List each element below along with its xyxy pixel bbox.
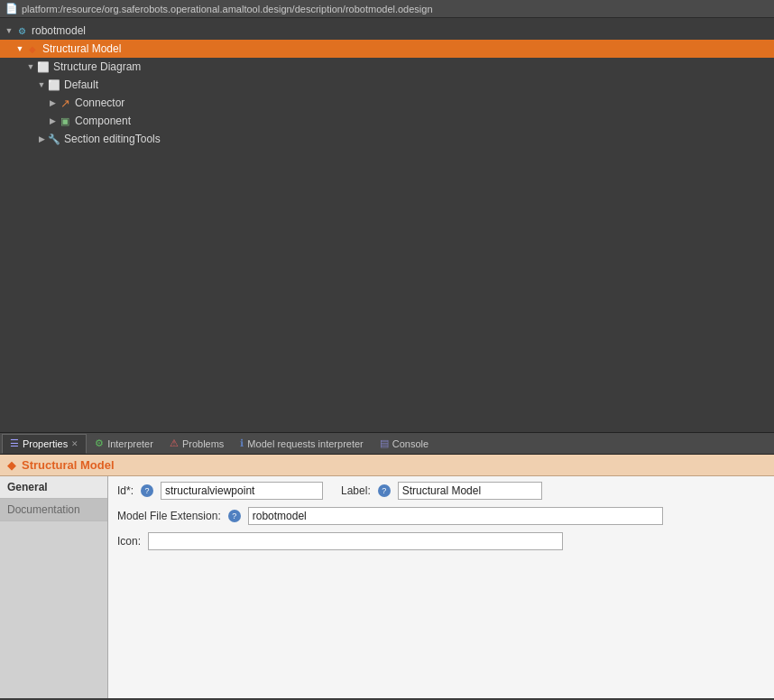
tree-item-robotmodel[interactable]: ▼ ⚙ robotmodel [0,22,774,40]
tree-label-structure-diagram: Structure Diagram [53,60,141,73]
console-tab-label: Console [392,438,428,449]
tree-label-structural-model: Structural Model [42,42,121,55]
sidebar-tab-documentation[interactable]: Documentation [0,499,107,521]
model-requests-tab-label: Model requests interpreter [247,438,363,449]
expand-connector[interactable]: ▶ [47,98,58,107]
props-sidebar: General Documentation [0,476,108,698]
icon-label: Icon: [117,535,141,548]
interpreter-tab-icon: ⚙ [95,438,104,449]
tree-item-component[interactable]: ▶ ▣ Component [0,112,774,130]
tab-properties[interactable]: ☰ Properties ✕ [2,434,87,454]
label-label: Label: [341,484,371,497]
model-file-ext-input[interactable] [248,507,663,525]
default-icon: ⬜ [47,78,61,92]
tree-label-robotmodel: robotmodel [32,24,86,37]
expand-structural-model[interactable]: ▼ [14,44,25,53]
console-tab-icon: ▤ [380,438,389,449]
properties-header: ◆ Structural Model [0,455,774,476]
icon-input[interactable] [148,532,563,550]
tab-problems[interactable]: ⚠ Problems [161,434,232,454]
properties-header-title: Structural Model [22,458,115,472]
robotmodel-icon: ⚙ [14,23,29,38]
properties-content: ◆ Structural Model General Documentation… [0,455,774,698]
properties-tab-close[interactable]: ✕ [71,439,78,448]
expand-robotmodel[interactable]: ▼ [4,26,14,35]
file-icon: 📄 [5,3,18,14]
model-file-ext-help-button[interactable]: ? [228,510,241,522]
expand-default[interactable]: ▼ [36,80,47,89]
problems-tab-icon: ⚠ [170,438,179,449]
tree-item-structural-model[interactable]: ▼ ◆ Structural Model [0,40,774,58]
interpreter-tab-label: Interpreter [107,438,153,449]
properties-body: General Documentation Id*: ? Label: ? Mo… [0,476,774,698]
tree-label-default: Default [64,78,98,91]
tree-label-connector: Connector [75,97,124,109]
id-help-button[interactable]: ? [141,484,153,497]
expand-component[interactable]: ▶ [47,116,58,125]
tab-console[interactable]: ▤ Console [372,434,437,454]
model-requests-tab-icon: ℹ [240,438,244,449]
bottom-panel: ☰ Properties ✕ ⚙ Interpreter ⚠ Problems … [0,433,774,698]
tree-item-structure-diagram[interactable]: ▼ ⬜ Structure Diagram [0,58,774,76]
section-editing-tools-icon: 🔧 [47,132,61,146]
tab-model-requests[interactable]: ℹ Model requests interpreter [232,434,371,454]
model-file-ext-label: Model File Extension: [117,510,221,522]
connector-icon: ↗ [58,96,72,110]
properties-header-icon: ◆ [7,458,16,472]
expand-section-editing-tools[interactable]: ▶ [36,134,47,143]
tree-item-section-editing-tools[interactable]: ▶ 🔧 Section editingTools [0,130,774,148]
sidebar-tab-general[interactable]: General [0,476,107,499]
props-form: Id*: ? Label: ? Model File Extension: ? … [108,476,774,698]
properties-tab-label: Properties [23,438,68,449]
tree-item-default[interactable]: ▼ ⬜ Default [0,76,774,94]
id-label-row: Id*: ? Label: ? [117,482,765,500]
problems-tab-label: Problems [182,438,224,449]
tree-label-section-editing-tools: Section editingTools [64,133,161,145]
icon-row: Icon: [117,532,765,550]
title-bar: 📄 platform:/resource/org.saferobots.oper… [0,0,774,18]
tree-item-connector[interactable]: ▶ ↗ Connector [0,94,774,112]
tree-panel: ▼ ⚙ robotmodel ▼ ◆ Structural Model ▼ ⬜ … [0,18,774,433]
component-icon: ▣ [58,114,72,128]
id-input[interactable] [161,482,323,500]
tab-interpreter[interactable]: ⚙ Interpreter [87,434,161,454]
model-file-ext-row: Model File Extension: ? [117,507,765,525]
title-text: platform:/resource/org.saferobots.operat… [22,4,433,14]
id-label: Id*: [117,484,134,497]
structure-diagram-icon: ⬜ [36,60,51,74]
tree-label-component: Component [75,115,131,127]
properties-tab-icon: ☰ [10,438,19,449]
expand-structure-diagram[interactable]: ▼ [25,62,36,71]
label-help-button[interactable]: ? [378,484,391,497]
label-input[interactable] [398,482,542,500]
structural-model-icon: ◆ [25,41,40,56]
tab-bar: ☰ Properties ✕ ⚙ Interpreter ⚠ Problems … [0,433,774,455]
